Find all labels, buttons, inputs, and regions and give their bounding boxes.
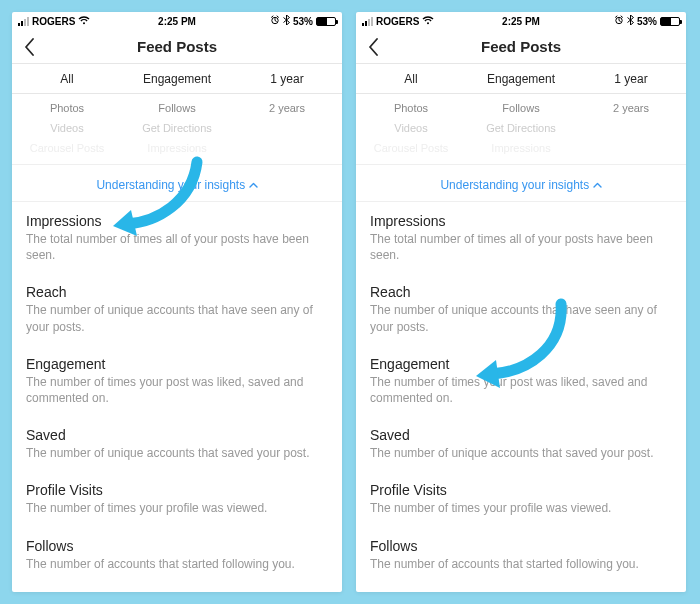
understanding-link: Understanding your insights <box>96 178 257 192</box>
phone-screenshot-right: ROGERS 2:25 PM 53% Feed Posts All Engage… <box>356 12 686 592</box>
definition-term: Saved <box>26 427 328 443</box>
definition-term: Impressions <box>370 213 672 229</box>
understanding-toggle[interactable]: Understanding your insights <box>356 165 686 202</box>
filter-picker[interactable]: Photos Follows 2 years Videos Get Direct… <box>356 94 686 165</box>
filter-type[interactable]: All <box>356 64 466 93</box>
definition-engagement: Engagement The number of times your post… <box>370 345 672 416</box>
definition-desc: The number of times your post was liked,… <box>26 374 328 406</box>
definition-desc: The number of unique accounts that saved… <box>370 445 672 461</box>
picker-option[interactable]: Get Directions <box>122 118 232 138</box>
definition-desc: The number of times your post was liked,… <box>370 374 672 406</box>
definitions-list: Impressions The total number of times al… <box>12 202 342 582</box>
definition-reach: Reach The number of unique accounts that… <box>26 273 328 344</box>
picker-option[interactable]: 2 years <box>232 98 342 118</box>
filter-picker[interactable]: Photos Follows 2 years Videos Get Direct… <box>12 94 342 165</box>
chevron-up-icon <box>249 178 258 192</box>
status-bar: ROGERS 2:25 PM 53% <box>356 12 686 30</box>
picker-option[interactable]: Impressions <box>466 138 576 158</box>
definition-profile-visits: Profile Visits The number of times your … <box>26 471 328 526</box>
understanding-link: Understanding your insights <box>440 178 601 192</box>
definition-term: Reach <box>26 284 328 300</box>
definition-saved: Saved The number of unique accounts that… <box>370 416 672 471</box>
understanding-toggle[interactable]: Understanding your insights <box>12 165 342 202</box>
filter-range[interactable]: 1 year <box>576 64 686 93</box>
definition-desc: The number of accounts that started foll… <box>26 556 328 572</box>
picker-option[interactable]: Get Directions <box>466 118 576 138</box>
picker-option[interactable]: Impressions <box>122 138 232 158</box>
definition-impressions: Impressions The total number of times al… <box>26 202 328 273</box>
nav-header: Feed Posts <box>12 30 342 64</box>
definition-desc: The total number of times all of your po… <box>26 231 328 263</box>
definition-term: Profile Visits <box>26 482 328 498</box>
picker-option[interactable]: Videos <box>12 118 122 138</box>
definitions-list: Impressions The total number of times al… <box>356 202 686 582</box>
definition-term: Saved <box>370 427 672 443</box>
picker-option[interactable]: Photos <box>12 98 122 118</box>
definition-term: Impressions <box>26 213 328 229</box>
definition-engagement: Engagement The number of times your post… <box>26 345 328 416</box>
picker-option[interactable]: Videos <box>356 118 466 138</box>
clock: 2:25 PM <box>356 16 686 27</box>
definition-reach: Reach The number of unique accounts that… <box>370 273 672 344</box>
battery-icon <box>316 17 336 26</box>
nav-header: Feed Posts <box>356 30 686 64</box>
filter-range[interactable]: 1 year <box>232 64 342 93</box>
picker-option[interactable]: Photos <box>356 98 466 118</box>
picker-option[interactable] <box>576 138 686 158</box>
picker-option[interactable] <box>576 118 686 138</box>
definition-follows: Follows The number of accounts that star… <box>370 527 672 582</box>
page-title: Feed Posts <box>356 38 686 55</box>
filter-metric[interactable]: Engagement <box>466 64 576 93</box>
definition-term: Engagement <box>26 356 328 372</box>
definition-desc: The number of times your profile was vie… <box>370 500 672 516</box>
chevron-up-icon <box>593 178 602 192</box>
definition-saved: Saved The number of unique accounts that… <box>26 416 328 471</box>
filter-bar: All Engagement 1 year <box>12 64 342 94</box>
picker-option[interactable]: Follows <box>466 98 576 118</box>
definition-term: Follows <box>26 538 328 554</box>
status-bar: ROGERS 2:25 PM 53% <box>12 12 342 30</box>
picker-option[interactable]: Carousel Posts <box>356 138 466 158</box>
clock: 2:25 PM <box>12 16 342 27</box>
definition-term: Profile Visits <box>370 482 672 498</box>
definition-term: Engagement <box>370 356 672 372</box>
page-title: Feed Posts <box>12 38 342 55</box>
definition-desc: The number of unique accounts that saved… <box>26 445 328 461</box>
definition-desc: The total number of times all of your po… <box>370 231 672 263</box>
definition-impressions: Impressions The total number of times al… <box>370 202 672 273</box>
filter-metric[interactable]: Engagement <box>122 64 232 93</box>
filter-bar: All Engagement 1 year <box>356 64 686 94</box>
picker-option[interactable] <box>232 118 342 138</box>
definition-term: Follows <box>370 538 672 554</box>
picker-option[interactable]: 2 years <box>576 98 686 118</box>
definition-desc: The number of times your profile was vie… <box>26 500 328 516</box>
definition-desc: The number of unique accounts that have … <box>370 302 672 334</box>
battery-icon <box>660 17 680 26</box>
definition-follows: Follows The number of accounts that star… <box>26 527 328 582</box>
filter-type[interactable]: All <box>12 64 122 93</box>
definition-desc: The number of accounts that started foll… <box>370 556 672 572</box>
picker-option[interactable]: Follows <box>122 98 232 118</box>
picker-option[interactable]: Carousel Posts <box>12 138 122 158</box>
definition-desc: The number of unique accounts that have … <box>26 302 328 334</box>
definition-term: Reach <box>370 284 672 300</box>
phone-screenshot-left: ROGERS 2:25 PM 53% Feed Posts All Engage… <box>12 12 342 592</box>
definition-profile-visits: Profile Visits The number of times your … <box>370 471 672 526</box>
picker-option[interactable] <box>232 138 342 158</box>
